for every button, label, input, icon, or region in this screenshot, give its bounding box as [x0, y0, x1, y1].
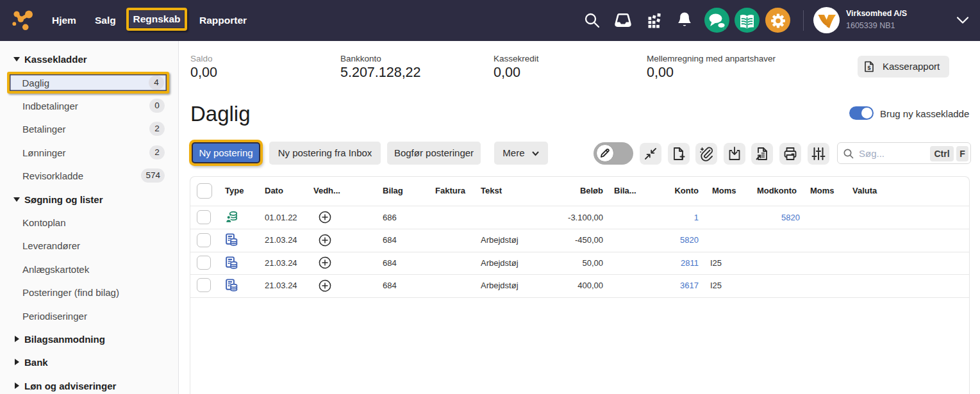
svg-text:$: $	[867, 65, 870, 71]
